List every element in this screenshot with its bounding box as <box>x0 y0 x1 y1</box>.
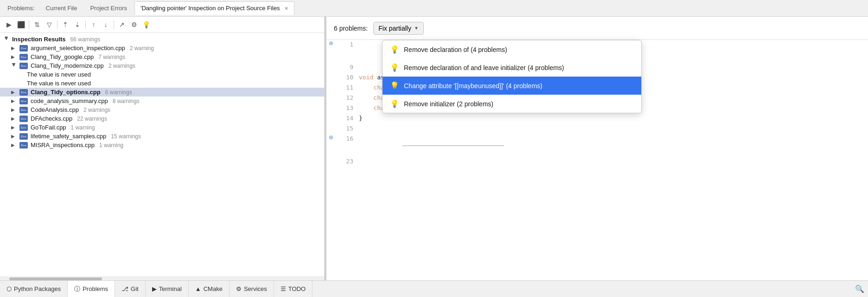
line-content: } <box>359 114 868 123</box>
list-item[interactable]: ▶ C++ Clang_Tidy_modernize.cpp 2 warning… <box>0 61 324 70</box>
tab-dangling-pointer[interactable]: 'Dangling pointer' Inspection on Project… <box>134 1 294 15</box>
list-item[interactable]: ▶ C++ Clang_Tidy_options.cpp 6 warnings <box>0 88 324 97</box>
filter-button[interactable]: ▽ <box>43 19 55 31</box>
file-label: Clang_Tidy_google.cpp <box>31 53 94 60</box>
file-label: CodeAnalysis.cpp <box>31 106 79 113</box>
services-label: Services <box>244 285 267 292</box>
code-line: 23 <box>326 157 868 167</box>
item-chevron-icon: ▶ <box>11 125 17 130</box>
status-right: 🔍 <box>851 281 868 297</box>
list-item[interactable]: ▶ C++ Clang_Tidy_google.cpp 7 warnings <box>0 52 324 61</box>
squiggle-text: ⋯⋯⋯⋯⋯⋯⋯⋯⋯⋯⋯⋯⋯⋯⋯⋯⋯⋯⋯⋯⋯⋯⋯⋯⋯⋯⋯⋯ <box>402 142 504 149</box>
item-chevron-icon: ▶ <box>11 142 17 148</box>
export-button[interactable]: ↗ <box>116 19 128 31</box>
dropdown-item-4[interactable]: 💡 Remove initializer (2 problems) <box>383 95 641 113</box>
list-item[interactable]: ▶ The value is never used <box>0 70 324 79</box>
file-count: 2 warnings <box>108 63 135 69</box>
list-item[interactable]: ▶ The value is never used <box>0 79 324 88</box>
terminal-icon: ▶ <box>152 285 157 292</box>
file-count: 1 warning <box>99 142 123 148</box>
python-packages-icon: ⬡ <box>6 285 12 292</box>
file-label: DFAchecks.cpp <box>31 115 72 122</box>
problems-label: Problems: <box>4 5 38 12</box>
file-label: GoToFail.cpp <box>31 124 66 131</box>
warning-label: The value is never used <box>27 80 91 87</box>
item-chevron-icon: ▶ <box>12 63 17 69</box>
status-item-todo[interactable]: ☰ TODO <box>274 281 313 297</box>
cpp-file-icon: C++ <box>19 98 28 104</box>
file-label: code_analysis_summary.cpp <box>31 97 108 104</box>
cpp-file-icon: C++ <box>19 142 28 148</box>
line-number: 14 <box>336 114 359 122</box>
dropdown-arrow-icon: ▼ <box>414 26 419 31</box>
list-item[interactable]: ▶ C++ lifetime_safety_samples.cpp 15 war… <box>0 132 324 141</box>
toolbar-sep-2 <box>57 20 57 29</box>
item-chevron-icon: ▶ <box>11 116 17 121</box>
item-chevron-icon: ▶ <box>11 107 17 112</box>
scroll-thumb[interactable] <box>9 278 102 280</box>
cmake-icon: ▲ <box>195 285 201 292</box>
dropdown-item-label-1: Remove declaration of (4 problems) <box>404 46 507 53</box>
dropdown-item-3[interactable]: 💡 Change attribute '[[maybeunused]]' (4 … <box>383 77 641 95</box>
status-item-terminal[interactable]: ▶ Terminal <box>146 281 189 297</box>
prev-button[interactable]: ↑ <box>88 19 100 31</box>
status-item-services[interactable]: ⚙ Services <box>230 281 274 297</box>
line-number: 16 <box>336 134 359 142</box>
status-item-git[interactable]: ⎇ Git <box>115 281 146 297</box>
item-chevron-icon: ▶ <box>11 90 17 95</box>
list-item[interactable]: ▶ C++ DFAchecks.cpp 22 warnings <box>0 114 324 123</box>
file-count: 22 warnings <box>77 116 107 122</box>
sort-button[interactable]: ⇅ <box>31 19 43 31</box>
tree-root[interactable]: ▶ Inspection Results 66 warnings <box>0 35 324 44</box>
line-number: 15 <box>336 124 359 132</box>
toolbar-sep-1 <box>29 20 29 29</box>
status-item-problems[interactable]: ⓘ Problems <box>68 281 115 297</box>
problems-status-label: Problems <box>83 285 108 292</box>
fix-partially-label: Fix partially <box>378 25 411 32</box>
status-item-cmake[interactable]: ▲ CMake <box>189 281 230 297</box>
file-label: lifetime_safety_samples.cpp <box>31 133 106 140</box>
file-label: Clang_Tidy_modernize.cpp <box>31 62 104 69</box>
services-icon: ⚙ <box>236 285 242 292</box>
problems-icon: ⓘ <box>74 285 80 293</box>
line-number: 12 <box>336 93 359 101</box>
file-count: 2 warning <box>130 45 154 52</box>
search-button[interactable]: 🔍 <box>851 281 868 297</box>
toolbar-sep-4 <box>114 20 114 29</box>
settings-button[interactable]: ⚙ <box>128 19 140 31</box>
cpp-file-icon: C++ <box>19 107 28 113</box>
tab-close-icon[interactable]: ✕ <box>284 6 288 11</box>
stop-button[interactable]: ⬛ <box>15 19 27 31</box>
gutter-icon: ⊕ <box>329 134 333 141</box>
horizontal-scrollbar[interactable] <box>0 277 324 280</box>
problems-header: 6 problems: Fix partially ▼ <box>326 17 868 40</box>
tab-current-file[interactable]: Current File <box>40 2 83 14</box>
dropdown-item-label-2: Remove declaration of and leave initiali… <box>404 64 564 71</box>
file-label: Clang_Tidy_options.cpp <box>31 89 101 96</box>
run-button[interactable]: ▶ <box>3 19 15 31</box>
root-count: 66 warnings <box>70 36 101 43</box>
item-chevron-icon: ▶ <box>11 45 17 51</box>
list-item[interactable]: ▶ C++ CodeAnalysis.cpp 2 warnings <box>0 105 324 114</box>
collapse-button[interactable]: ⇣ <box>71 19 83 31</box>
next-button[interactable]: ↓ <box>100 19 112 31</box>
cmake-label: CMake <box>204 285 223 292</box>
fix-dropdown-menu: 💡 Remove declaration of (4 problems) 💡 R… <box>382 40 642 113</box>
expand-button[interactable]: ⇡ <box>59 19 71 31</box>
inspection-tree: ▶ Inspection Results 66 warnings ▶ C++ a… <box>0 33 324 277</box>
root-label: Inspection Results <box>12 36 66 43</box>
bulb-icon-3: 💡 <box>390 81 399 90</box>
fix-partially-button[interactable]: Fix partially ▼ <box>373 22 424 35</box>
tab-project-errors[interactable]: Project Errors <box>84 2 132 14</box>
dropdown-item-1[interactable]: 💡 Remove declaration of (4 problems) <box>383 40 641 58</box>
list-item[interactable]: ▶ C++ code_analysis_summary.cpp 8 warnin… <box>0 97 324 105</box>
list-item[interactable]: ▶ C++ GoToFail.cpp 1 warning <box>0 123 324 132</box>
dropdown-item-2[interactable]: 💡 Remove declaration of and leave initia… <box>383 58 641 77</box>
list-item[interactable]: ▶ C++ MISRA_inspections.cpp 1 warning <box>0 141 324 149</box>
bulb-button[interactable]: 💡 <box>140 19 152 31</box>
list-item[interactable]: ▶ C++ argument_selection_inspection.cpp … <box>0 44 324 52</box>
line-content: ⋯⋯⋯⋯⋯⋯⋯⋯⋯⋯⋯⋯⋯⋯⋯⋯⋯⋯⋯⋯⋯⋯⋯⋯⋯⋯⋯⋯ <box>359 134 868 157</box>
status-item-python-packages[interactable]: ⬡ Python Packages <box>0 281 68 297</box>
git-icon: ⎇ <box>121 285 128 292</box>
line-number: 10 <box>336 73 359 81</box>
